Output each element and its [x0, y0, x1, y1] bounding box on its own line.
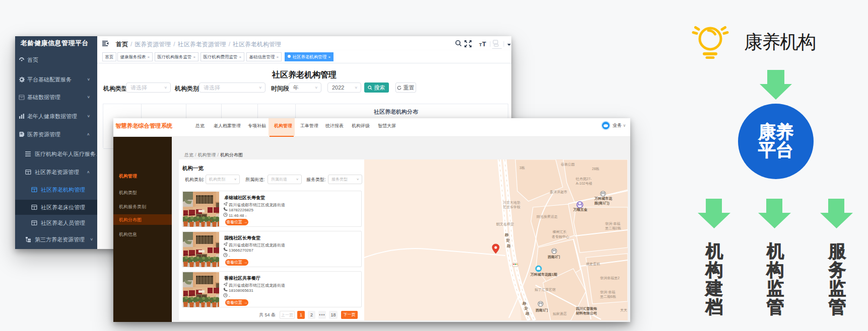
svg-text:就是蛋糕: 就是蛋糕	[586, 262, 600, 266]
svg-text:里二期2栋: 里二期2栋	[605, 226, 621, 230]
svg-text:A-102号楼: A-102号楼	[576, 182, 592, 186]
svg-text:里二期6栋: 里二期6栋	[600, 295, 616, 299]
svg-text:园(南1门): 园(南1门)	[594, 201, 610, 205]
svg-text:天天: 天天	[620, 308, 627, 312]
svg-text:华润幸福里2: 华润幸福里2	[600, 276, 620, 280]
svg-text:西南2门: 西南2门	[548, 255, 560, 259]
svg-text:者专顾中心: 者专顾中心	[552, 235, 569, 239]
svg-text:谷底公园: 谷底公园	[561, 162, 575, 167]
svg-text:3栋: 3栋	[519, 166, 525, 170]
svg-text:如家酒店: 如家酒店	[553, 311, 567, 316]
svg-text:朝文名师堂: 朝文名师堂	[496, 222, 514, 226]
svg-text:喜洋洋超市: 喜洋洋超市	[550, 190, 567, 194]
svg-text:艺音乐学校: 艺音乐学校	[503, 205, 520, 209]
svg-text:28栋: 28栋	[592, 167, 599, 171]
svg-text:材料有限公司: 材料有限公司	[575, 311, 597, 315]
svg-text:西南1门: 西南1门	[536, 308, 548, 312]
svg-text:万科城市花园1期: 万科城市花园1期	[530, 272, 557, 277]
svg-text:华润·幸福: 华润·幸福	[600, 290, 615, 294]
svg-text:华润·幸福: 华润·幸福	[605, 222, 620, 226]
svg-text:T: T	[482, 40, 486, 48]
svg-text:如了汇茶艺馆: 如了汇茶艺馆	[535, 288, 556, 292]
svg-text:牡丹苑27-: 牡丹苑27-	[575, 177, 592, 181]
svg-text:阳光按摩浴足: 阳光按摩浴足	[537, 214, 558, 219]
svg-text:橡树汇长: 橡树汇长	[553, 230, 567, 234]
svg-text:四川汇普装饰: 四川汇普装饰	[576, 306, 597, 311]
svg-text:万科城市花: 万科城市花	[594, 196, 613, 201]
svg-text:川音大地垫: 川音大地垫	[503, 201, 520, 204]
svg-text:万顺五金: 万顺五金	[573, 208, 588, 212]
